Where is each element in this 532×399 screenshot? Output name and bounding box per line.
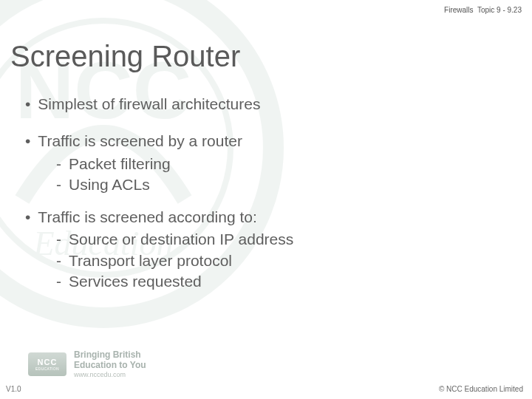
bullet-item: • Simplest of firewall architectures	[25, 95, 510, 114]
header-topic-ref: Firewalls Topic 9 - 9.23	[444, 6, 522, 14]
logo-text: NCC	[38, 358, 58, 366]
sub-item: - Packet filtering	[56, 154, 510, 174]
bullet-item: • Traffic is screened according to:	[25, 208, 510, 227]
footer-url: www.nccedu.com	[74, 371, 146, 378]
tagline-line1: Bringing British	[74, 350, 146, 361]
sub-item: - Transport layer protocol	[56, 251, 510, 270]
sub-text: Services requested	[69, 272, 202, 291]
dash-marker: -	[56, 175, 61, 194]
bullet-text: Traffic is screened by a router	[38, 132, 242, 151]
version-label: V1.0	[6, 385, 21, 393]
sub-item: - Services requested	[56, 272, 510, 291]
sub-text: Packet filtering	[69, 154, 171, 174]
slide-title: Screening Router	[10, 40, 240, 73]
bullet-marker: •	[25, 132, 30, 151]
sub-text: Source or destination IP address	[69, 230, 293, 249]
footer-tagline: Bringing British Education to You www.nc…	[74, 350, 146, 378]
logo-subtext: EDUCATION	[35, 366, 59, 371]
dash-marker: -	[56, 272, 61, 291]
dash-marker: -	[56, 251, 61, 270]
sub-item: - Using ACLs	[56, 175, 510, 194]
bullet-marker: •	[25, 208, 30, 227]
bullet-text: Traffic is screened according to:	[38, 208, 256, 227]
dash-marker: -	[56, 154, 61, 174]
sub-item: - Source or destination IP address	[56, 230, 510, 249]
bullet-text: Simplest of firewall architectures	[38, 95, 260, 114]
sub-list: - Source or destination IP address - Tra…	[56, 230, 510, 291]
bullet-marker: •	[25, 95, 30, 114]
ncc-logo-icon: NCC EDUCATION	[28, 352, 66, 376]
sub-text: Using ACLs	[69, 175, 150, 194]
sub-list: - Packet filtering - Using ACLs	[56, 154, 510, 195]
sub-text: Transport layer protocol	[69, 251, 232, 270]
slide-body: • Simplest of firewall architectures • T…	[25, 95, 510, 304]
footer-logo-block: NCC EDUCATION Bringing British Education…	[28, 350, 146, 378]
bullet-item: • Traffic is screened by a router	[25, 132, 510, 151]
header-topic: Topic 9 - 9.23	[477, 6, 522, 14]
tagline-line2: Education to You	[74, 361, 146, 371]
copyright-label: © NCC Education Limited	[439, 385, 523, 393]
dash-marker: -	[56, 230, 61, 249]
header-course: Firewalls	[444, 6, 473, 14]
